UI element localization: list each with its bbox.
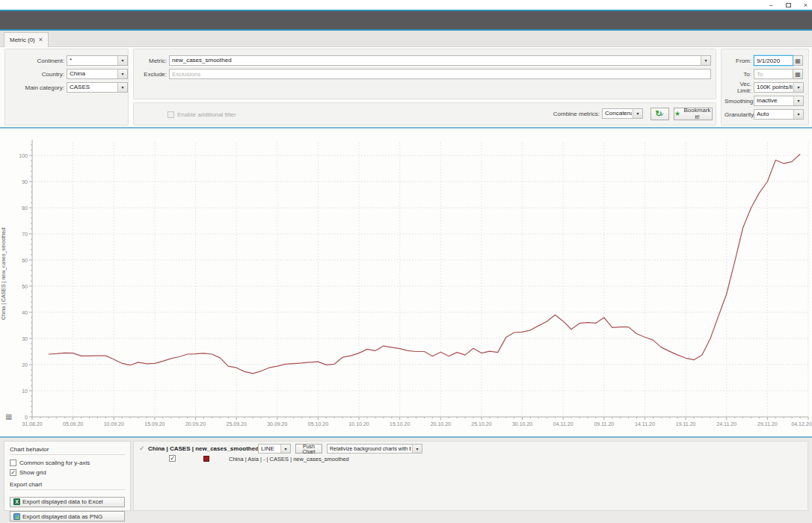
enable-additional-filter-label: Enable additional filter [177,111,236,118]
bottom-panel: Chart behavior Common scaling for y-axis… [0,438,812,523]
tab-bar: Metric (0)× [0,31,812,47]
granularity-value: Auto [757,110,793,119]
refresh-chart-button[interactable]: ↻✓ [650,108,669,120]
filter-actions-group: Enable additional filter Combine metrics… [133,102,716,126]
close-button[interactable]: × [804,1,808,9]
metric-filter-group: Metric: new_cases_smoothed ▾ Exclude: [133,49,716,99]
svg-text:04.11.20: 04.11.20 [553,421,573,427]
combine-metrics-select[interactable]: Concatenate ▾ [602,108,643,119]
legend-header-check-icon[interactable]: ✓ [139,445,145,452]
calendar-icon[interactable]: ▦ [793,69,803,79]
to-date-input[interactable] [754,69,793,79]
chart-options-icon[interactable]: ▦ [5,413,12,421]
exclude-input[interactable] [169,69,711,79]
tab-metric[interactable]: Metric (0)× [4,32,49,47]
svg-text:30.10.20: 30.10.20 [512,421,532,427]
export-png-button[interactable]: Export displayed data as PNG [10,511,125,522]
refresh-check-icon: ✓ [660,112,665,118]
chevron-down-icon[interactable]: ▾ [793,83,803,92]
chart-container: China | CASES | new_cases_smoothed 01020… [0,129,812,436]
dark-toolbar [0,11,812,29]
chevron-down-icon[interactable]: ▾ [412,445,422,453]
push-chart-label: Push Chart [296,444,322,454]
svg-text:90: 90 [22,179,28,185]
restore-button[interactable] [786,3,791,7]
star-icon: ★ [674,110,680,117]
svg-text:20.09.20: 20.09.20 [185,421,206,427]
svg-text:25.09.20: 25.09.20 [227,421,247,427]
push-chart-button[interactable]: Push Chart [295,444,322,454]
tab-close-icon[interactable]: × [39,36,43,43]
country-value: China [70,69,117,78]
granularity-select[interactable]: Auto ▾ [754,109,804,120]
export-png-label: Export displayed data as PNG [22,513,102,520]
svg-text:14.11.20: 14.11.20 [635,421,655,427]
chevron-down-icon[interactable]: ▾ [117,69,127,78]
show-grid-checkbox[interactable]: ✓ [10,469,16,476]
svg-text:50: 50 [22,284,28,289]
bookmark-button[interactable]: ★ Bookmark it! [674,108,713,120]
svg-text:30.09.20: 30.09.20 [267,421,287,427]
svg-text:09.11.20: 09.11.20 [594,421,614,427]
calendar-icon[interactable]: ▦ [793,55,803,66]
svg-text:80: 80 [22,205,28,211]
country-select[interactable]: China ▾ [67,69,128,79]
vec-limit-select[interactable]: 100K points/line ▾ [754,82,804,93]
to-label: To: [725,71,751,78]
svg-text:20.10.20: 20.10.20 [431,421,451,427]
metric-select[interactable]: new_cases_smoothed ▾ [169,55,711,66]
chevron-down-icon[interactable]: ▾ [793,96,803,105]
smoothing-value: Inactive [757,96,793,105]
chevron-down-icon[interactable]: ▾ [701,56,710,65]
common-scaling-label: Common scaling for y-axis [19,459,90,466]
main-category-value: CASES [70,83,117,92]
svg-text:04.12.20: 04.12.20 [791,421,811,427]
bookmark-label: Bookmark it! [683,107,712,120]
chevron-down-icon[interactable]: ▾ [633,109,642,118]
svg-text:31.08.20: 31.08.20 [22,421,42,427]
metric-label: Metric: [141,58,167,64]
show-grid-label: Show grid [19,469,46,476]
series-color-swatch[interactable] [203,456,209,462]
series-legend-box: ✓ China | CASES | new_cases_smoothed LIN… [133,441,808,511]
filter-panel: Continent: * ▾ Country: China ▾ Main cat… [0,47,812,127]
from-date-input[interactable] [754,55,793,66]
export-excel-label: Export displayed data to Excel [22,498,103,505]
relativize-select[interactable]: Relativize background charts with this ▾ [327,444,422,454]
series-visibility-checkbox[interactable]: ✓ [169,455,176,462]
common-scaling-checkbox[interactable] [10,459,16,466]
svg-text:05.09.20: 05.09.20 [63,421,83,427]
chevron-down-icon[interactable]: ▾ [117,83,127,92]
svg-text:15.10.20: 15.10.20 [390,421,410,427]
svg-text:15.09.20: 15.09.20 [144,421,164,427]
export-chart-title: Export chart [10,481,125,488]
smoothing-select[interactable]: Inactive ▾ [754,96,804,106]
from-label: From: [725,58,751,64]
chart-type-select[interactable]: LINE ▾ [258,444,291,454]
continent-label: Continent: [8,58,64,64]
chart-behavior-title: Chart behavior [10,446,125,453]
chevron-down-icon[interactable]: ▾ [280,445,290,453]
chevron-down-icon[interactable]: ▾ [117,56,127,65]
chart-plot[interactable]: 010203040506070809010031.08.2005.09.2010… [0,129,812,436]
location-filter-group: Continent: * ▾ Country: China ▾ Main cat… [4,49,129,126]
continent-select[interactable]: * ▾ [67,55,128,66]
minimize-button[interactable]: – [769,1,773,9]
svg-text:10.10.20: 10.10.20 [348,421,369,427]
chart-settings-box: Chart behavior Common scaling for y-axis… [4,441,131,511]
application-window: – × Metric (0)× Continent: * ▾ Country: [0,0,812,523]
y-axis-title: China | CASES | new_cases_smoothed [1,162,6,386]
svg-text:40: 40 [22,310,28,315]
enable-additional-filter-checkbox[interactable] [167,111,174,118]
svg-text:0: 0 [25,415,28,420]
vec-limit-label: Vec. Limit: [725,81,751,94]
combine-metrics-value: Concatenate [605,109,632,118]
svg-text:10.09.20: 10.09.20 [104,421,124,427]
legend-header-row: ✓ China | CASES | new_cases_smoothed LIN… [134,443,808,454]
main-category-select[interactable]: CASES ▾ [67,82,128,93]
export-excel-button[interactable]: X Export displayed data to Excel [10,497,125,507]
legend-header-label: China | CASES | new_cases_smoothed [148,445,259,452]
chevron-down-icon[interactable]: ▾ [793,110,803,119]
svg-text:05.10.20: 05.10.20 [308,421,328,427]
legend-series-row: ✓ China | Asia | - | CASES | new_cases_s… [134,454,808,464]
